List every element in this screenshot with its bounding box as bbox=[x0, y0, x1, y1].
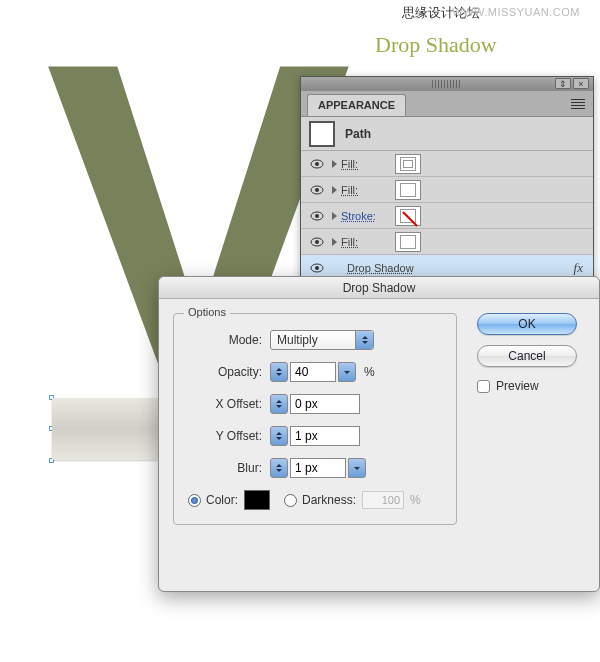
tab-appearance[interactable]: APPEARANCE bbox=[307, 94, 406, 116]
disclosure-icon[interactable] bbox=[332, 160, 337, 168]
appearance-row-fill[interactable]: Fill: bbox=[301, 229, 593, 255]
grip-icon bbox=[432, 80, 462, 88]
visibility-icon[interactable] bbox=[310, 211, 324, 221]
panel-menu-icon[interactable] bbox=[571, 99, 585, 109]
blur-stepper[interactable] bbox=[270, 458, 288, 478]
cancel-button[interactable]: Cancel bbox=[477, 345, 577, 367]
percent-label: % bbox=[410, 493, 421, 507]
disclosure-icon[interactable] bbox=[332, 212, 337, 220]
disclosure-icon[interactable] bbox=[332, 186, 337, 194]
blur-input[interactable] bbox=[290, 458, 346, 478]
xoffset-label: X Offset: bbox=[188, 397, 262, 411]
xoffset-input[interactable] bbox=[290, 394, 360, 414]
color-radio[interactable] bbox=[188, 494, 201, 507]
svg-point-5 bbox=[315, 214, 319, 218]
percent-label: % bbox=[364, 365, 375, 379]
opacity-dropdown[interactable] bbox=[338, 362, 356, 382]
fx-icon[interactable]: fx bbox=[574, 260, 583, 276]
ok-button[interactable]: OK bbox=[477, 313, 577, 335]
blur-label: Blur: bbox=[188, 461, 262, 475]
darkness-radio[interactable] bbox=[284, 494, 297, 507]
xoffset-stepper[interactable] bbox=[270, 394, 288, 414]
svg-point-3 bbox=[315, 188, 319, 192]
watermark-en: WWW.MISSYUAN.COM bbox=[452, 6, 580, 18]
disclosure-icon[interactable] bbox=[332, 238, 337, 246]
yoffset-stepper[interactable] bbox=[270, 426, 288, 446]
yoffset-label: Y Offset: bbox=[188, 429, 262, 443]
appearance-panel: ⇕ × APPEARANCE Path Fill: Fill: Stroke: … bbox=[300, 76, 594, 308]
drop-shadow-dialog: Drop Shadow Options Mode: Multiply Opaci… bbox=[158, 276, 600, 592]
path-swatch-icon bbox=[309, 121, 335, 147]
mode-select[interactable]: Multiply bbox=[270, 330, 374, 350]
svg-point-7 bbox=[315, 240, 319, 244]
dialog-title[interactable]: Drop Shadow bbox=[159, 277, 599, 299]
color-chip[interactable] bbox=[244, 490, 270, 510]
mode-value: Multiply bbox=[277, 333, 318, 347]
svg-point-9 bbox=[315, 266, 319, 270]
appearance-row-stroke[interactable]: Stroke: bbox=[301, 203, 593, 229]
chevron-updown-icon bbox=[355, 331, 373, 349]
collapse-button[interactable]: ⇕ bbox=[555, 78, 571, 89]
visibility-icon[interactable] bbox=[310, 185, 324, 195]
svg-point-1 bbox=[315, 162, 319, 166]
darkness-input bbox=[362, 491, 404, 509]
color-label: Color: bbox=[206, 493, 238, 507]
opacity-label: Opacity: bbox=[188, 365, 262, 379]
visibility-icon[interactable] bbox=[310, 263, 324, 273]
panel-titlebar[interactable]: ⇕ × bbox=[301, 77, 593, 91]
mode-label: Mode: bbox=[188, 333, 262, 347]
fill-swatch[interactable] bbox=[395, 232, 421, 252]
appearance-row-fill[interactable]: Fill: bbox=[301, 177, 593, 203]
row-label: Fill: bbox=[341, 158, 391, 170]
options-fieldset: Options Mode: Multiply Opacity: % X Offs… bbox=[173, 313, 457, 525]
darkness-label: Darkness: bbox=[302, 493, 356, 507]
fieldset-legend: Options bbox=[184, 306, 230, 318]
panel-header-row[interactable]: Path bbox=[301, 117, 593, 151]
visibility-icon[interactable] bbox=[310, 237, 324, 247]
preview-label: Preview bbox=[496, 379, 539, 393]
preview-checkbox[interactable] bbox=[477, 380, 490, 393]
close-button[interactable]: × bbox=[573, 78, 589, 89]
opacity-input[interactable] bbox=[290, 362, 336, 382]
fill-swatch[interactable] bbox=[395, 180, 421, 200]
effect-label: Drop Shadow bbox=[347, 262, 414, 274]
path-label: Path bbox=[345, 127, 371, 141]
row-label: Stroke: bbox=[341, 210, 391, 222]
row-label: Fill: bbox=[341, 184, 391, 196]
opacity-stepper[interactable] bbox=[270, 362, 288, 382]
blur-dropdown[interactable] bbox=[348, 458, 366, 478]
stroke-swatch[interactable] bbox=[395, 206, 421, 226]
appearance-row-fill[interactable]: Fill: bbox=[301, 151, 593, 177]
yoffset-input[interactable] bbox=[290, 426, 360, 446]
row-label: Fill: bbox=[341, 236, 391, 248]
visibility-icon[interactable] bbox=[310, 159, 324, 169]
page-title: Drop Shadow bbox=[375, 32, 497, 58]
fill-swatch[interactable] bbox=[395, 154, 421, 174]
panel-tabbar: APPEARANCE bbox=[301, 91, 593, 117]
